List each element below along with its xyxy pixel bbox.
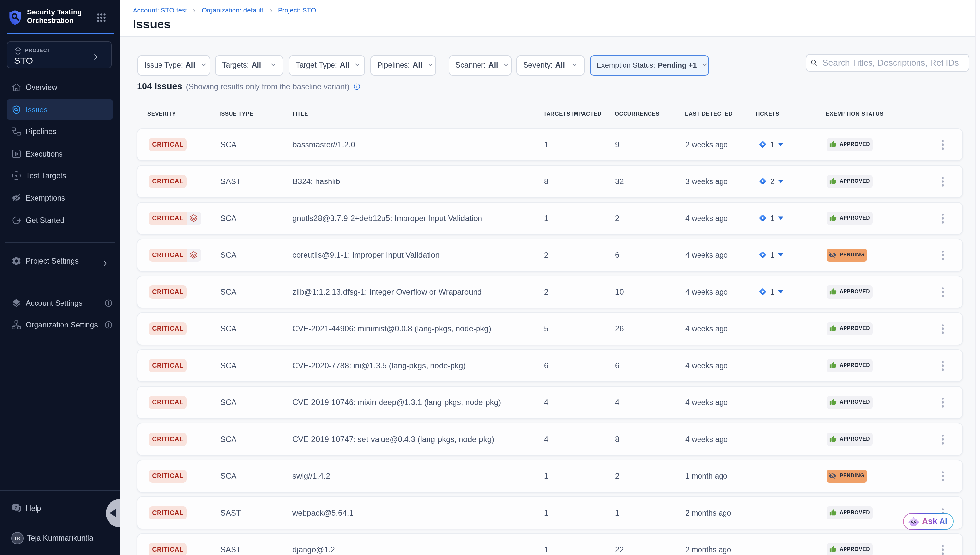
svg-text:?: ? [14,505,17,510]
